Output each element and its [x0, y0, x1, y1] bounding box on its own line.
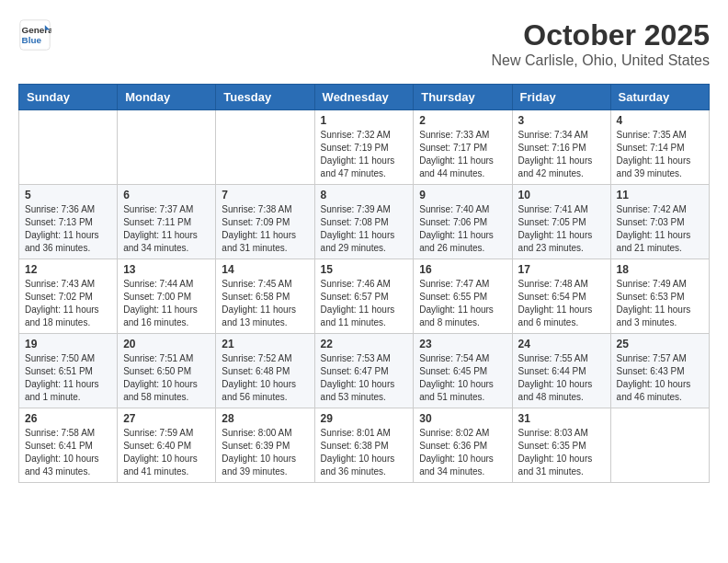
- calendar-cell: 24Sunrise: 7:55 AM Sunset: 6:44 PM Dayli…: [512, 334, 610, 408]
- day-number: 2: [419, 114, 506, 127]
- day-info: Sunrise: 7:40 AM Sunset: 7:06 PM Dayligh…: [419, 203, 506, 255]
- day-number: 26: [25, 412, 111, 425]
- calendar-cell: 8Sunrise: 7:39 AM Sunset: 7:08 PM Daylig…: [314, 185, 414, 259]
- calendar-cell: [610, 408, 709, 483]
- day-number: 9: [419, 189, 506, 201]
- day-info: Sunrise: 7:41 AM Sunset: 7:05 PM Dayligh…: [518, 203, 605, 255]
- day-info: Sunrise: 7:44 AM Sunset: 7:00 PM Dayligh…: [123, 278, 210, 329]
- day-header-thursday: Thursday: [414, 85, 512, 110]
- day-info: Sunrise: 7:59 AM Sunset: 6:40 PM Dayligh…: [123, 427, 210, 478]
- day-info: Sunrise: 7:51 AM Sunset: 6:50 PM Dayligh…: [123, 352, 210, 404]
- svg-text:General: General: [22, 25, 51, 35]
- day-info: Sunrise: 7:43 AM Sunset: 7:02 PM Dayligh…: [25, 278, 111, 329]
- calendar-cell: 17Sunrise: 7:48 AM Sunset: 6:54 PM Dayli…: [512, 259, 610, 334]
- calendar-cell: 25Sunrise: 7:57 AM Sunset: 6:43 PM Dayli…: [610, 334, 709, 408]
- calendar-cell: 2Sunrise: 7:33 AM Sunset: 7:17 PM Daylig…: [414, 110, 512, 185]
- day-info: Sunrise: 7:36 AM Sunset: 7:13 PM Dayligh…: [25, 203, 111, 255]
- calendar-cell: 13Sunrise: 7:44 AM Sunset: 7:00 PM Dayli…: [118, 259, 216, 334]
- day-number: 3: [518, 114, 605, 127]
- day-info: Sunrise: 7:50 AM Sunset: 6:51 PM Dayligh…: [25, 352, 111, 404]
- day-info: Sunrise: 7:35 AM Sunset: 7:14 PM Dayligh…: [617, 129, 703, 180]
- calendar-cell: 5Sunrise: 7:36 AM Sunset: 7:13 PM Daylig…: [19, 185, 118, 259]
- calendar-cell: 18Sunrise: 7:49 AM Sunset: 6:53 PM Dayli…: [610, 259, 709, 334]
- calendar-week-1: 1Sunrise: 7:32 AM Sunset: 7:19 PM Daylig…: [19, 110, 710, 185]
- day-info: Sunrise: 7:53 AM Sunset: 6:47 PM Dayligh…: [321, 352, 408, 404]
- day-info: Sunrise: 7:42 AM Sunset: 7:03 PM Dayligh…: [617, 203, 703, 255]
- day-number: 31: [518, 412, 605, 425]
- day-info: Sunrise: 7:47 AM Sunset: 6:55 PM Dayligh…: [419, 278, 506, 329]
- header-row: SundayMondayTuesdayWednesdayThursdayFrid…: [19, 85, 710, 110]
- day-header-sunday: Sunday: [19, 85, 118, 110]
- calendar-week-3: 12Sunrise: 7:43 AM Sunset: 7:02 PM Dayli…: [19, 259, 710, 334]
- calendar-cell: 1Sunrise: 7:32 AM Sunset: 7:19 PM Daylig…: [314, 110, 414, 185]
- day-number: 10: [518, 189, 605, 201]
- day-number: 23: [419, 338, 506, 350]
- calendar-cell: 23Sunrise: 7:54 AM Sunset: 6:45 PM Dayli…: [414, 334, 512, 408]
- day-number: 8: [321, 189, 408, 201]
- day-number: 29: [321, 412, 408, 425]
- day-number: 22: [321, 338, 408, 350]
- calendar-cell: 11Sunrise: 7:42 AM Sunset: 7:03 PM Dayli…: [610, 185, 709, 259]
- logo-icon: General Blue: [18, 18, 51, 52]
- calendar-cell: 12Sunrise: 7:43 AM Sunset: 7:02 PM Dayli…: [19, 259, 118, 334]
- day-info: Sunrise: 7:39 AM Sunset: 7:08 PM Dayligh…: [321, 203, 408, 255]
- day-number: 11: [617, 189, 703, 201]
- day-number: 4: [617, 114, 703, 127]
- calendar-cell: 22Sunrise: 7:53 AM Sunset: 6:47 PM Dayli…: [314, 334, 414, 408]
- day-header-tuesday: Tuesday: [216, 85, 314, 110]
- calendar-cell: 15Sunrise: 7:46 AM Sunset: 6:57 PM Dayli…: [314, 259, 414, 334]
- calendar-week-2: 5Sunrise: 7:36 AM Sunset: 7:13 PM Daylig…: [19, 185, 710, 259]
- calendar-cell: 31Sunrise: 8:03 AM Sunset: 6:35 PM Dayli…: [512, 408, 610, 483]
- page-title: October 2025: [492, 18, 710, 52]
- day-number: 13: [123, 263, 210, 276]
- day-number: 24: [518, 338, 605, 350]
- day-number: 1: [321, 114, 408, 127]
- day-info: Sunrise: 7:37 AM Sunset: 7:11 PM Dayligh…: [123, 203, 210, 255]
- calendar-header: SundayMondayTuesdayWednesdayThursdayFrid…: [19, 85, 710, 110]
- calendar-cell: 21Sunrise: 7:52 AM Sunset: 6:48 PM Dayli…: [216, 334, 314, 408]
- day-info: Sunrise: 7:52 AM Sunset: 6:48 PM Dayligh…: [222, 352, 308, 404]
- page-header: General Blue October 2025 New Carlisle, …: [18, 18, 710, 69]
- day-info: Sunrise: 8:01 AM Sunset: 6:38 PM Dayligh…: [321, 427, 408, 478]
- calendar-body: 1Sunrise: 7:32 AM Sunset: 7:19 PM Daylig…: [19, 110, 710, 483]
- day-info: Sunrise: 8:03 AM Sunset: 6:35 PM Dayligh…: [518, 427, 605, 478]
- calendar-cell: 7Sunrise: 7:38 AM Sunset: 7:09 PM Daylig…: [216, 185, 314, 259]
- day-number: 20: [123, 338, 210, 350]
- day-number: 5: [25, 189, 111, 201]
- day-header-friday: Friday: [512, 85, 610, 110]
- day-info: Sunrise: 7:46 AM Sunset: 6:57 PM Dayligh…: [321, 278, 408, 329]
- day-info: Sunrise: 7:32 AM Sunset: 7:19 PM Dayligh…: [321, 129, 408, 180]
- day-number: 19: [25, 338, 111, 350]
- day-number: 12: [25, 263, 111, 276]
- day-info: Sunrise: 7:58 AM Sunset: 6:41 PM Dayligh…: [25, 427, 111, 478]
- day-info: Sunrise: 7:48 AM Sunset: 6:54 PM Dayligh…: [518, 278, 605, 329]
- day-number: 17: [518, 263, 605, 276]
- title-block: October 2025 New Carlisle, Ohio, United …: [492, 18, 710, 69]
- day-info: Sunrise: 8:00 AM Sunset: 6:39 PM Dayligh…: [222, 427, 308, 478]
- day-number: 6: [123, 189, 210, 201]
- day-info: Sunrise: 7:38 AM Sunset: 7:09 PM Dayligh…: [222, 203, 308, 255]
- day-number: 14: [222, 263, 308, 276]
- day-number: 18: [617, 263, 703, 276]
- day-info: Sunrise: 7:45 AM Sunset: 6:58 PM Dayligh…: [222, 278, 308, 329]
- calendar-cell: 19Sunrise: 7:50 AM Sunset: 6:51 PM Dayli…: [19, 334, 118, 408]
- day-info: Sunrise: 7:34 AM Sunset: 7:16 PM Dayligh…: [518, 129, 605, 180]
- calendar-week-5: 26Sunrise: 7:58 AM Sunset: 6:41 PM Dayli…: [19, 408, 710, 483]
- calendar-cell: 29Sunrise: 8:01 AM Sunset: 6:38 PM Dayli…: [314, 408, 414, 483]
- day-info: Sunrise: 8:02 AM Sunset: 6:36 PM Dayligh…: [419, 427, 506, 478]
- day-info: Sunrise: 7:57 AM Sunset: 6:43 PM Dayligh…: [617, 352, 703, 404]
- calendar-cell: 28Sunrise: 8:00 AM Sunset: 6:39 PM Dayli…: [216, 408, 314, 483]
- calendar-cell: 10Sunrise: 7:41 AM Sunset: 7:05 PM Dayli…: [512, 185, 610, 259]
- day-number: 27: [123, 412, 210, 425]
- day-number: 15: [321, 263, 408, 276]
- calendar-week-4: 19Sunrise: 7:50 AM Sunset: 6:51 PM Dayli…: [19, 334, 710, 408]
- calendar-cell: 9Sunrise: 7:40 AM Sunset: 7:06 PM Daylig…: [414, 185, 512, 259]
- calendar-cell: 26Sunrise: 7:58 AM Sunset: 6:41 PM Dayli…: [19, 408, 118, 483]
- calendar-cell: 27Sunrise: 7:59 AM Sunset: 6:40 PM Dayli…: [118, 408, 216, 483]
- day-number: 7: [222, 189, 308, 201]
- day-number: 28: [222, 412, 308, 425]
- day-header-wednesday: Wednesday: [314, 85, 414, 110]
- calendar-cell: 6Sunrise: 7:37 AM Sunset: 7:11 PM Daylig…: [118, 185, 216, 259]
- day-info: Sunrise: 7:33 AM Sunset: 7:17 PM Dayligh…: [419, 129, 506, 180]
- day-number: 16: [419, 263, 506, 276]
